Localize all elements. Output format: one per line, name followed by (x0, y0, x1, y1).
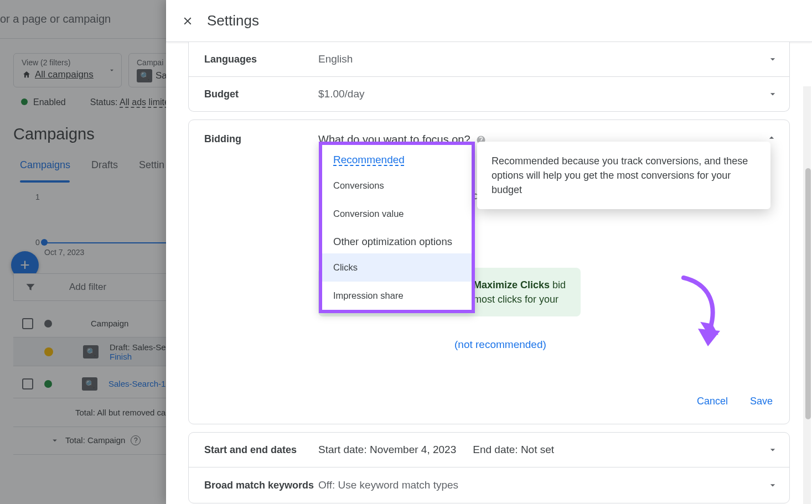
languages-label: Languages (204, 54, 318, 65)
dropdown-item-conversion-value[interactable]: Conversion value (322, 200, 472, 228)
settings-panel: Settings Languages English Budget $1.00/… (166, 0, 812, 504)
panel-body: Languages English Budget $1.00/day Biddi… (166, 42, 812, 504)
broad-match-row[interactable]: Broad match keywords Off: Use keyword ma… (189, 467, 789, 503)
save-button[interactable]: Save (750, 396, 773, 407)
languages-value: English (318, 53, 774, 65)
tooltip-text: Recommended because you track conversion… (492, 155, 748, 195)
panel-title: Settings (207, 12, 259, 29)
settings-card: Start and end dates Start date: November… (188, 432, 790, 503)
bidding-label: Bidding (204, 133, 318, 146)
bidding-focus-dropdown[interactable]: Recommended Conversions Conversion value… (319, 142, 475, 313)
chevron-down-icon (767, 54, 778, 65)
chevron-down-icon (767, 89, 778, 100)
bidding-actions: Cancel Save (189, 385, 789, 413)
budget-label: Budget (204, 89, 318, 100)
chevron-down-icon (767, 444, 778, 455)
close-icon[interactable] (182, 15, 194, 27)
dropdown-other-heading: Other optimization options (322, 228, 472, 253)
dates-label: Start and end dates (204, 444, 318, 456)
budget-row[interactable]: Budget $1.00/day (189, 76, 789, 111)
budget-value: $1.00/day (318, 88, 774, 100)
settings-card: Languages English Budget $1.00/day (188, 42, 790, 112)
languages-row[interactable]: Languages English (189, 42, 789, 76)
broad-match-value: Off: Use keyword match types (318, 479, 774, 491)
dropdown-recommended-heading[interactable]: Recommended (333, 154, 405, 165)
chevron-down-icon (767, 480, 778, 491)
cancel-button[interactable]: Cancel (697, 396, 728, 407)
panel-header: Settings (166, 0, 812, 42)
scrollbar-thumb[interactable] (805, 168, 811, 419)
start-date-value: Start date: November 4, 2023 (318, 444, 456, 456)
end-date-value: End date: Not set (473, 444, 774, 456)
dropdown-item-impression-share[interactable]: Impression share (322, 282, 472, 310)
dates-row[interactable]: Start and end dates Start date: November… (189, 433, 789, 467)
not-recommended-link[interactable]: (not recommended) (454, 339, 546, 351)
recommended-tooltip: Recommended because you track conversion… (477, 142, 770, 209)
dropdown-item-clicks[interactable]: Clicks (322, 253, 472, 282)
broad-match-label: Broad match keywords (204, 479, 318, 492)
dropdown-item-conversions[interactable]: Conversions (322, 172, 472, 200)
